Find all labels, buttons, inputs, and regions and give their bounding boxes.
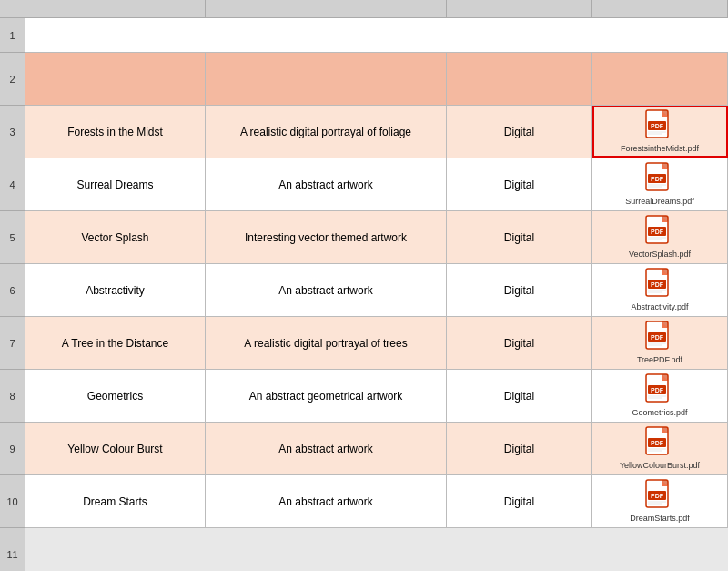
row-numbers: 1234567891011 <box>0 18 25 571</box>
cell-description[interactable]: An abstract artwork <box>206 264 447 316</box>
cell-description[interactable]: An abstract artwork <box>206 475 447 527</box>
cell-artwork[interactable]: PDF Abstractivity.pdf <box>592 264 728 316</box>
cell-type: Digital <box>447 264 592 316</box>
pdf-icon: PDF <box>645 215 674 248</box>
row-num-8: 8 <box>0 370 25 423</box>
spreadsheet: 1234567891011 Forests in the MidstA real… <box>0 0 728 571</box>
row-num-9: 9 <box>0 423 25 475</box>
pdf-filename: SurrealDreams.pdf <box>625 197 694 207</box>
data-rows: Forests in the MidstA realistic digital … <box>25 106 728 528</box>
svg-text:PDF: PDF <box>651 493 664 499</box>
cell-type: Digital <box>447 211 592 263</box>
row-num-1: 1 <box>0 18 25 53</box>
col-header-d[interactable] <box>447 0 592 18</box>
row-num-7: 7 <box>0 317 25 370</box>
col-header-e[interactable] <box>592 0 728 18</box>
table-row[interactable]: Vector SplashInteresting vector themed a… <box>25 211 728 264</box>
title-row <box>25 18 728 53</box>
row-num-4: 4 <box>0 158 25 211</box>
cell-name[interactable]: Dream Starts <box>25 475 206 527</box>
table-row[interactable]: Forests in the MidstA realistic digital … <box>25 106 728 158</box>
pdf-icon: PDF <box>645 162 674 195</box>
cell-artwork[interactable]: PDF YellowColourBurst.pdf <box>592 423 728 474</box>
cell-type: Digital <box>447 475 592 527</box>
cell-description[interactable]: Interesting vector themed artwork <box>206 211 447 263</box>
pdf-filename: Abstractivity.pdf <box>632 302 689 312</box>
pdf-filename: VectorSplash.pdf <box>629 250 691 260</box>
col-header-b[interactable] <box>25 0 206 18</box>
column-headers <box>0 0 728 18</box>
cell-name[interactable]: Vector Splash <box>25 211 206 263</box>
corner-cell <box>0 0 25 18</box>
cell-description[interactable]: An abstract artwork <box>206 423 447 474</box>
table-row[interactable]: AbstractivityAn abstract artworkDigital … <box>25 264 728 317</box>
cell-type: Digital <box>447 317 592 369</box>
cell-type: Digital <box>447 158 592 210</box>
pdf-filename: ForestsintheMidst.pdf <box>621 144 699 154</box>
pdf-icon: PDF <box>645 268 674 301</box>
table-row[interactable]: GeometricsAn abstract geometrical artwor… <box>25 370 728 423</box>
cell-type: Digital <box>447 423 592 474</box>
cell-name[interactable]: Abstractivity <box>25 264 206 316</box>
pdf-filename: Geometrics.pdf <box>632 408 687 418</box>
cell-artwork[interactable]: PDF TreePDF.pdf <box>592 317 728 369</box>
table-row[interactable]: Surreal DreamsAn abstract artworkDigital… <box>25 158 728 211</box>
pdf-icon: PDF <box>645 479 674 512</box>
svg-text:PDF: PDF <box>651 123 664 129</box>
cell-name[interactable]: Yellow Colour Burst <box>25 423 206 474</box>
svg-text:PDF: PDF <box>651 440 664 446</box>
cell-artwork[interactable]: PDF Geometrics.pdf <box>592 370 728 422</box>
header-row <box>25 53 728 106</box>
cell-name[interactable]: Forests in the Midst <box>25 106 206 158</box>
pdf-icon: PDF <box>645 109 674 142</box>
header-type <box>447 53 592 105</box>
spreadsheet-body: 1234567891011 Forests in the MidstA real… <box>0 18 728 571</box>
svg-text:PDF: PDF <box>651 229 664 235</box>
svg-text:PDF: PDF <box>651 176 664 182</box>
cell-type: Digital <box>447 370 592 422</box>
pdf-filename: TreePDF.pdf <box>637 355 682 365</box>
cell-description[interactable]: A realistic digital portrayal of trees <box>206 317 447 369</box>
cell-artwork[interactable]: PDF DreamStarts.pdf <box>592 475 728 527</box>
col-header-c[interactable] <box>206 0 447 18</box>
row-num-5: 5 <box>0 211 25 264</box>
cell-description[interactable]: An abstract artwork <box>206 158 447 210</box>
pdf-filename: YellowColourBurst.pdf <box>620 461 700 471</box>
cell-description[interactable]: An abstract geometrical artwork <box>206 370 447 422</box>
pdf-icon: PDF <box>645 373 674 406</box>
svg-text:PDF: PDF <box>651 334 664 341</box>
table-row[interactable]: A Tree in the DistanceA realistic digita… <box>25 317 728 370</box>
row-num-3: 3 <box>0 106 25 158</box>
cell-artwork[interactable]: PDF ForestsintheMidst.pdf <box>592 106 728 158</box>
row-num-6: 6 <box>0 264 25 317</box>
main-content: Forests in the MidstA realistic digital … <box>25 18 728 571</box>
pdf-icon: PDF <box>645 426 674 459</box>
cell-name[interactable]: Surreal Dreams <box>25 158 206 210</box>
pdf-filename: DreamStarts.pdf <box>630 514 690 524</box>
cell-type: Digital <box>447 106 592 158</box>
cell-name[interactable]: Geometrics <box>25 370 206 422</box>
row-num-11: 11 <box>0 528 25 571</box>
row-num-2: 2 <box>0 53 25 106</box>
cell-artwork[interactable]: PDF VectorSplash.pdf <box>592 211 728 263</box>
table-row[interactable]: Dream StartsAn abstract artworkDigital P… <box>25 475 728 528</box>
table-row[interactable]: Yellow Colour BurstAn abstract artworkDi… <box>25 423 728 475</box>
header-artwork <box>592 53 728 105</box>
cell-description[interactable]: A realistic digital portrayal of foliage <box>206 106 447 158</box>
svg-text:PDF: PDF <box>651 281 664 288</box>
svg-text:PDF: PDF <box>651 387 664 393</box>
pdf-icon: PDF <box>645 321 674 353</box>
header-name <box>25 53 206 105</box>
row-num-10: 10 <box>0 475 25 528</box>
header-description <box>206 53 447 105</box>
cell-name[interactable]: A Tree in the Distance <box>25 317 206 369</box>
cell-artwork[interactable]: PDF SurrealDreams.pdf <box>592 158 728 210</box>
